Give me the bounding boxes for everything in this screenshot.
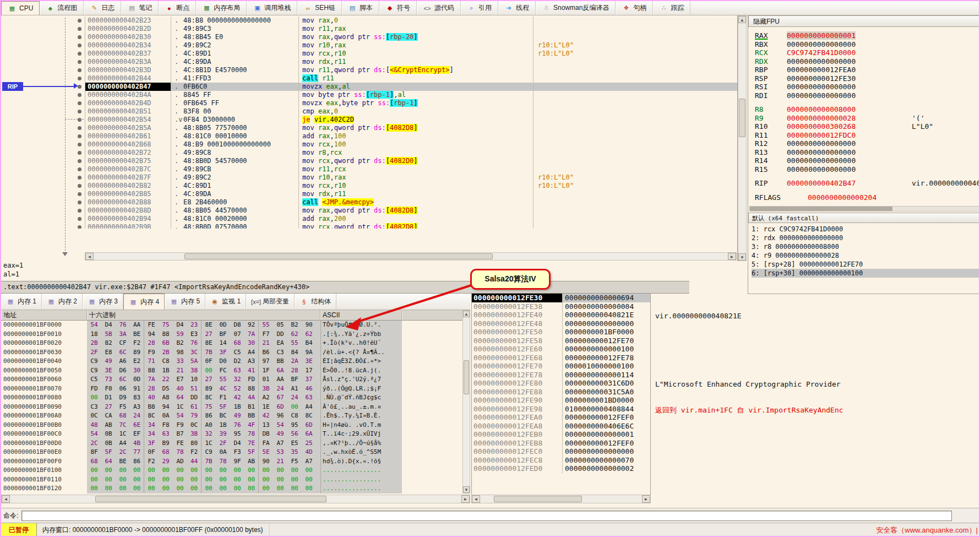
disasm-row[interactable]: 0000000000402B2D.49:89C3mov r11,rax — [1, 25, 738, 33]
scroll-thumb[interactable] — [184, 253, 493, 259]
tab-内存 1[interactable]: ▦内存 1 — [1, 294, 42, 310]
scroll-right-icon[interactable]: ► — [728, 253, 736, 260]
breakpoint-gutter[interactable] — [1, 207, 85, 215]
stack-row[interactable]: 000000000012FE300000000000000694 — [472, 294, 650, 302]
dump-row[interactable]: 0000000001BF0110000000000000000000000000… — [1, 475, 462, 485]
breakpoint-dot-icon[interactable] — [78, 101, 81, 105]
stack-row[interactable]: 000000000012FE380000000000000004 — [472, 302, 650, 311]
hide-fpu-button[interactable]: 隐藏FPU — [748, 15, 980, 27]
disasm-row[interactable]: 0000000000402B4D.0FB645 FFmovzx eax,byte… — [1, 99, 738, 107]
breakpoint-gutter[interactable] — [1, 91, 85, 99]
dump-row[interactable]: 0000000001BF00B048AB7C6E34F8F90CA01B764F… — [1, 421, 462, 430]
tab-流程图[interactable]: ♣流程图 — [40, 1, 84, 15]
breakpoint-gutter[interactable] — [1, 50, 85, 58]
dump-row[interactable]: 0000000001BF0100000000000000000000000000… — [1, 466, 462, 475]
tab-Snowman反编译器[interactable]: ☃Snowman反编译器 — [536, 1, 616, 15]
breakpoint-gutter[interactable] — [1, 124, 85, 132]
breakpoint-dot-icon[interactable] — [78, 217, 81, 221]
dump-row[interactable]: 0000000001BF00202B82CFF2286BB2768E146830… — [1, 339, 462, 348]
disasm-row[interactable]: 0000000000402B37.4C:89D1mov rcx,r10r10:L… — [1, 50, 738, 58]
breakpoint-gutter[interactable] — [1, 33, 85, 41]
dump-row[interactable]: 0000000001BF00302FE86C89F92B983C7B3FC5A4… — [1, 348, 462, 357]
dump-row[interactable]: 0000000001BF0060C5736C0D7A22E710275532FD… — [1, 375, 462, 384]
breakpoint-dot-icon[interactable] — [78, 143, 81, 147]
tab-局部变量[interactable]: [x=]局部变量 — [246, 294, 295, 310]
disasm-row[interactable]: 0000000000402B34.49:89C2mov r10,raxr10:L… — [1, 41, 738, 50]
stack-row[interactable]: 000000000012FEA80000000000406E6C — [472, 422, 650, 431]
breakpoint-gutter[interactable] — [1, 17, 85, 25]
scroll-up-icon[interactable]: ▲ — [738, 16, 746, 23]
scroll-left-icon[interactable]: ◄ — [85, 253, 94, 260]
breakpoint-gutter[interactable] — [1, 140, 85, 149]
register-row[interactable]: RFLAGS0000000000000204 — [755, 193, 980, 202]
disasm-row[interactable]: 0000000000402B5A.48:8B05 77570000mov rax… — [1, 124, 738, 132]
stack-row[interactable]: 000000000012FE480000000000000000 — [472, 319, 650, 328]
stack-row[interactable]: 000000000012FE500000000001BF0000 — [472, 328, 650, 337]
breakpoint-dot-icon[interactable] — [78, 184, 81, 188]
register-row[interactable]: R80000000000008000 — [755, 105, 980, 114]
breakpoint-dot-icon[interactable] — [78, 134, 81, 138]
breakpoint-gutter[interactable] — [1, 198, 85, 207]
breakpoint-dot-icon[interactable] — [78, 126, 81, 130]
stack-panel[interactable]: 000000000012FE30000000000000069400000000… — [471, 294, 651, 495]
breakpoint-dot-icon[interactable] — [78, 35, 81, 39]
breakpoint-gutter[interactable] — [1, 58, 85, 66]
disasm-row[interactable]: 0000000000402B4A.8845 FFmov byte ptr ss:… — [1, 91, 738, 99]
scroll-down-icon[interactable]: ▼ — [463, 486, 470, 493]
dump-header-hex[interactable]: 十六进制 — [87, 310, 320, 320]
breakpoint-dot-icon[interactable] — [78, 93, 81, 97]
dump-row[interactable]: 0000000001BF0070FDF0069128D54051894C5288… — [1, 384, 462, 394]
dump-row[interactable]: 0000000001BF00F06864BE86F229AD447B789FAB… — [1, 457, 462, 467]
tab-符号[interactable]: ◆符号 — [379, 1, 417, 15]
scroll-thumb[interactable] — [750, 207, 892, 211]
breakpoint-gutter[interactable] — [1, 116, 85, 124]
dump-row[interactable]: 0000000001BF008000D1D98340A864DD8CF1424A… — [1, 393, 462, 403]
disasm-row[interactable]: 0000000000402B9B.48:8B0D 07570000mov rcx… — [1, 223, 738, 229]
breakpoint-dot-icon[interactable] — [78, 77, 81, 80]
breakpoint-gutter[interactable] — [1, 41, 85, 50]
dump-hscrollbar[interactable]: ◄ ► — [1, 495, 470, 503]
stack-row[interactable]: 000000000012FEC80000000000000070 — [472, 456, 650, 465]
breakpoint-dot-icon[interactable] — [78, 52, 81, 56]
stack-row[interactable]: 000000000012FEB8000000000012FEF0 — [472, 439, 650, 448]
stack-row[interactable]: 000000000012FED00000000000000002 — [472, 464, 650, 473]
register-row[interactable]: R120000000000000000 — [755, 139, 980, 148]
register-row[interactable]: RDX0000000000000000 — [755, 57, 980, 66]
register-row[interactable]: R90000000000000028'(' — [755, 114, 980, 123]
tab-内存 4[interactable]: ▦内存 4 — [123, 294, 165, 310]
breakpoint-dot-icon[interactable] — [78, 44, 81, 47]
scroll-down-icon[interactable]: ▼ — [738, 253, 746, 261]
fastcall-arg-row[interactable]: 1: rcx C9C9742FB41D0000 — [752, 225, 980, 234]
disasm-vscrollbar[interactable]: ▲ ▼ — [738, 15, 747, 261]
disasm-row[interactable]: 0000000000402B8D.48:8B05 44570000mov rax… — [1, 207, 738, 215]
disasm-hscrollbar[interactable]: ◄ ► — [85, 252, 737, 261]
register-row[interactable]: RBX0000000000000000 — [755, 40, 980, 49]
stack-row[interactable]: 000000000012FE980100000000408844 — [472, 405, 650, 414]
scroll-thumb[interactable] — [464, 360, 469, 394]
breakpoint-dot-icon[interactable] — [78, 85, 81, 89]
fastcall-arg-row[interactable]: 2: rdx 0000000000000000 — [752, 234, 980, 242]
breakpoint-gutter[interactable] — [1, 132, 85, 140]
tab-内存 5[interactable]: ▦内存 5 — [165, 294, 205, 310]
breakpoint-dot-icon[interactable] — [78, 60, 81, 64]
disasm-row[interactable]: 0000000000402B61.48:81C0 00010000add rax… — [1, 132, 738, 140]
fastcall-arg-row[interactable]: 6: [rsp+30] 0000000000000100 — [752, 269, 980, 278]
disasm-row[interactable]: 0000000000402B44.41:FFD3call r11 — [1, 74, 738, 83]
disasm-row[interactable]: 0000000000402B75.48:8B0D 54570000mov rcx… — [1, 157, 738, 165]
command-input[interactable] — [21, 511, 952, 521]
tab-监视 1[interactable]: ◉监视 1 — [205, 294, 246, 310]
fastcall-arg-row[interactable]: 4: r9 0000000000000028 — [752, 251, 980, 260]
breakpoint-dot-icon[interactable] — [78, 159, 81, 163]
breakpoint-dot-icon[interactable] — [78, 200, 81, 204]
breakpoint-dot-icon[interactable] — [78, 176, 81, 180]
scroll-thumb[interactable] — [739, 99, 745, 137]
tab-线程[interactable]: ➔线程 — [498, 1, 536, 15]
tab-日志[interactable]: ✎日志 — [84, 1, 121, 15]
register-row[interactable]: RBP000000000012FEA0 — [755, 66, 980, 74]
scroll-right-icon[interactable]: ► — [642, 495, 650, 503]
register-row[interactable]: RAX0000000000000001 — [755, 31, 980, 40]
tab-笔记[interactable]: ▤笔记 — [121, 1, 159, 15]
breakpoint-dot-icon[interactable] — [78, 225, 81, 229]
tab-结构体[interactable]: §结构体 — [295, 294, 336, 310]
stack-row[interactable]: 000000000012FE80000000000031C6D0 — [472, 379, 650, 388]
